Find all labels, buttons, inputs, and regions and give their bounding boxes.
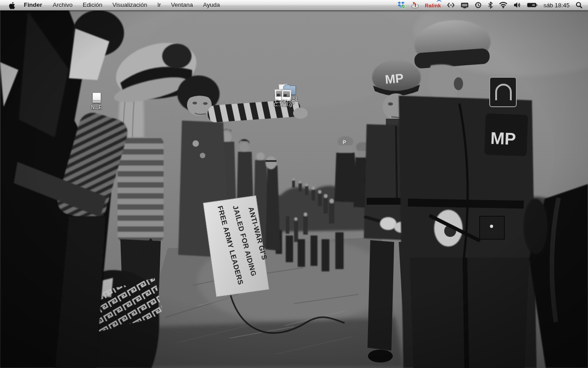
photo-vignette [0,0,588,368]
menu-item-archivo[interactable]: Archivo [48,0,78,10]
battery-menu-icon[interactable] [527,0,537,10]
time-machine-icon [475,1,482,9]
display-icon [461,2,469,9]
dropbox-menu-icon[interactable] [397,0,405,10]
menu-bar-clock[interactable]: sáb 18:45 [543,0,570,10]
wifi-menu-icon[interactable] [499,0,508,10]
menu-item-edicion[interactable]: Edición [78,0,107,10]
time-machine-menu-icon[interactable] [475,0,482,10]
menu-item-ir[interactable]: Ir [152,0,166,10]
tether-arrows-icon [447,2,455,8]
bluetooth-menu-icon[interactable] [488,0,493,10]
drive-icon-label: N...E [91,104,102,110]
displays-menu-icon[interactable] [461,0,469,10]
menu-bar-status: Ralink [397,0,588,10]
volume-icon [514,2,521,8]
volume-menu-icon[interactable] [514,0,521,10]
bluetooth-icon [488,1,493,9]
apple-menu[interactable] [5,0,18,10]
print-monitor-menu-icon[interactable] [411,0,419,10]
photo-thumbnail [283,91,290,98]
menu-item-ayuda[interactable]: Ayuda [198,0,225,10]
dropbox-icon [397,1,405,9]
menu-item-visualizacion[interactable]: Visualización [107,0,153,10]
print-monitor-icon [411,1,419,9]
wireless-waves-icon [436,0,442,2]
menu-item-finder[interactable]: Finder [18,0,48,10]
tether-menu-icon[interactable] [447,0,455,10]
desktop-icon-drive[interactable]: N...E [88,92,105,110]
spotlight-search-icon [576,2,582,9]
wallpaper-photo: P M [0,0,588,368]
battery-icon [527,2,537,8]
spotlight-menu-icon[interactable] [576,0,582,10]
desktop-wallpaper: P M [0,0,588,368]
ralink-label: Ralink [425,3,441,8]
cluster-label: C...4.8.g [274,102,292,107]
ralink-menu-item[interactable]: Ralink [425,0,441,11]
desktop-icon-cluster[interactable]: ..5L C..G0.5g C...4.8.g [274,84,301,108]
menu-bar-left: Finder Archivo Edición Visualización Ir … [0,0,225,10]
menu-bar: Finder Archivo Edición Visualización Ir … [0,0,588,11]
apple-icon [8,1,15,9]
drive-icon [92,92,101,103]
desktop-screen: P M [0,0,588,368]
menu-item-ventana[interactable]: Ventana [166,0,198,10]
wifi-icon [499,2,508,8]
